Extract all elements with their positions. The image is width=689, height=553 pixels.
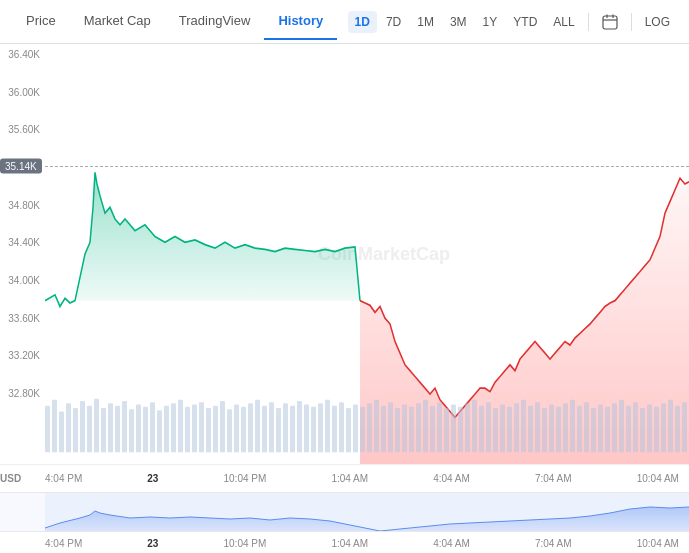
svg-rect-94 bbox=[675, 406, 680, 453]
svg-rect-59 bbox=[430, 406, 435, 453]
divider-1 bbox=[588, 13, 589, 31]
y-label-6: 34.00K bbox=[0, 275, 45, 286]
time-btn-1d[interactable]: 1D bbox=[348, 11, 377, 33]
svg-rect-80 bbox=[577, 406, 582, 453]
y-label-0: 36.40K bbox=[0, 49, 45, 60]
svg-rect-57 bbox=[416, 403, 421, 452]
usd-axis-label: USD bbox=[0, 473, 21, 484]
x-label-2: 10:04 PM bbox=[224, 473, 267, 484]
svg-rect-27 bbox=[206, 408, 211, 452]
svg-rect-81 bbox=[584, 402, 589, 452]
mini-chart[interactable] bbox=[0, 493, 689, 532]
svg-rect-18 bbox=[143, 407, 148, 453]
svg-rect-33 bbox=[248, 403, 253, 452]
svg-rect-73 bbox=[528, 406, 533, 453]
y-label-7: 33.60K bbox=[0, 313, 45, 324]
svg-rect-49 bbox=[360, 407, 365, 453]
time-btn-ytd[interactable]: YTD bbox=[506, 11, 544, 33]
time-controls: 1D 7D 1M 3M 1Y YTD ALL LOG bbox=[348, 10, 677, 34]
svg-rect-10 bbox=[87, 406, 92, 453]
x-label-0: 4:04 PM bbox=[45, 473, 82, 484]
svg-rect-66 bbox=[479, 406, 484, 453]
tab-market-cap[interactable]: Market Cap bbox=[70, 3, 165, 40]
svg-rect-75 bbox=[542, 408, 547, 452]
tab-history[interactable]: History bbox=[264, 3, 337, 40]
svg-rect-12 bbox=[101, 408, 106, 452]
svg-rect-88 bbox=[633, 402, 638, 452]
svg-rect-9 bbox=[80, 401, 85, 452]
y-label-9: 32.80K bbox=[0, 388, 45, 399]
svg-rect-58 bbox=[423, 400, 428, 453]
svg-rect-65 bbox=[472, 400, 477, 453]
time-btn-all[interactable]: ALL bbox=[546, 11, 581, 33]
mini-x-label-6: 10:04 AM bbox=[637, 538, 679, 549]
svg-rect-4 bbox=[45, 406, 50, 453]
svg-rect-85 bbox=[612, 403, 617, 452]
svg-rect-26 bbox=[199, 402, 204, 452]
svg-rect-67 bbox=[486, 402, 491, 452]
price-chart[interactable] bbox=[45, 44, 689, 464]
svg-rect-84 bbox=[605, 407, 610, 453]
time-btn-1m[interactable]: 1M bbox=[410, 11, 441, 33]
svg-rect-41 bbox=[304, 405, 309, 453]
svg-rect-35 bbox=[262, 406, 267, 453]
mini-x-label-0: 4:04 PM bbox=[45, 538, 82, 549]
svg-rect-71 bbox=[514, 403, 519, 452]
x-label-1: 23 bbox=[147, 473, 158, 484]
svg-rect-74 bbox=[535, 402, 540, 452]
svg-rect-37 bbox=[276, 408, 281, 452]
svg-rect-45 bbox=[332, 406, 337, 453]
svg-rect-29 bbox=[220, 401, 225, 452]
svg-rect-72 bbox=[521, 400, 526, 453]
mini-x-label-3: 1:04 AM bbox=[331, 538, 368, 549]
svg-rect-63 bbox=[458, 407, 463, 453]
svg-rect-62 bbox=[451, 405, 456, 453]
svg-rect-95 bbox=[682, 402, 687, 452]
chart-container: 36.40K 36.00K 35.60K 35.20K 34.80K 34.40… bbox=[0, 44, 689, 464]
svg-rect-90 bbox=[647, 405, 652, 453]
svg-rect-25 bbox=[192, 405, 197, 453]
svg-rect-5 bbox=[52, 400, 57, 453]
svg-rect-24 bbox=[185, 407, 190, 453]
svg-rect-56 bbox=[409, 407, 414, 453]
svg-rect-93 bbox=[668, 400, 673, 453]
time-btn-7d[interactable]: 7D bbox=[379, 11, 408, 33]
svg-rect-92 bbox=[661, 403, 666, 452]
calendar-icon bbox=[602, 14, 618, 30]
x-label-6: 10:04 AM bbox=[637, 473, 679, 484]
svg-rect-13 bbox=[108, 403, 113, 452]
mini-chart-container[interactable] bbox=[0, 492, 689, 532]
svg-rect-77 bbox=[556, 407, 561, 453]
svg-rect-42 bbox=[311, 407, 316, 453]
svg-rect-48 bbox=[353, 405, 358, 453]
y-label-4: 34.80K bbox=[0, 200, 45, 211]
tab-tradingview[interactable]: TradingView bbox=[165, 3, 265, 40]
svg-rect-68 bbox=[493, 408, 498, 452]
svg-rect-52 bbox=[381, 406, 386, 453]
svg-rect-0 bbox=[603, 16, 617, 29]
svg-rect-51 bbox=[374, 400, 379, 453]
svg-rect-20 bbox=[157, 410, 162, 452]
time-btn-3m[interactable]: 3M bbox=[443, 11, 474, 33]
svg-rect-64 bbox=[465, 403, 470, 452]
svg-rect-44 bbox=[325, 400, 330, 453]
time-btn-1y[interactable]: 1Y bbox=[476, 11, 505, 33]
tab-price[interactable]: Price bbox=[12, 3, 70, 40]
mini-x-axis: 4:04 PM 23 10:04 PM 1:04 AM 4:04 AM 7:04… bbox=[0, 532, 689, 553]
x-label-4: 4:04 AM bbox=[433, 473, 470, 484]
log-button[interactable]: LOG bbox=[638, 11, 677, 33]
svg-rect-78 bbox=[563, 403, 568, 452]
mini-selection-overlay bbox=[45, 493, 689, 532]
svg-rect-15 bbox=[122, 401, 127, 452]
svg-rect-34 bbox=[255, 400, 260, 453]
svg-rect-8 bbox=[73, 408, 78, 452]
svg-rect-40 bbox=[297, 401, 302, 452]
calendar-button[interactable] bbox=[595, 10, 625, 34]
svg-rect-46 bbox=[339, 402, 344, 452]
svg-rect-30 bbox=[227, 409, 232, 452]
svg-rect-82 bbox=[591, 408, 596, 452]
svg-rect-89 bbox=[640, 408, 645, 452]
svg-rect-32 bbox=[241, 407, 246, 453]
svg-rect-61 bbox=[444, 408, 449, 452]
mini-x-label-2: 10:04 PM bbox=[224, 538, 267, 549]
